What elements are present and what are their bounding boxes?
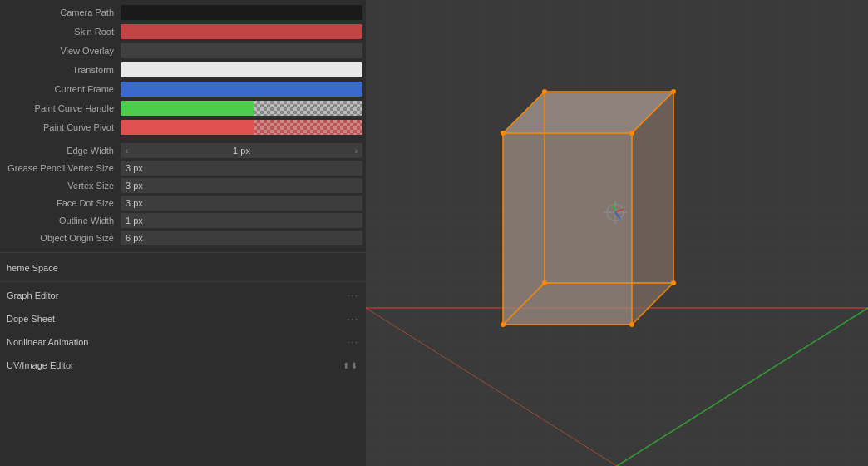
graph-editor-item[interactable]: Graph Editor ··· xyxy=(0,284,366,307)
number-rows-section: Edge Width ‹ 1 px › Grease Pencil Vertex… xyxy=(0,141,366,249)
graph-editor-label: Graph Editor xyxy=(7,290,58,300)
transform-row: Transform xyxy=(0,61,366,79)
paint-curve-pivot-swatch[interactable] xyxy=(121,120,362,135)
paint-curve-pivot-label: Paint Curve Pivot xyxy=(0,122,121,132)
paint-curve-pivot-left xyxy=(121,120,254,135)
uv-image-editor-label: UV/Image Editor xyxy=(7,360,74,370)
dope-sheet-item[interactable]: Dope Sheet ··· xyxy=(0,307,366,330)
object-origin-size-field[interactable]: 6 px xyxy=(121,231,362,245)
theme-space-label: heme Space xyxy=(7,263,58,273)
transform-swatch[interactable] xyxy=(121,62,362,77)
current-frame-swatch[interactable] xyxy=(121,82,362,97)
nonlinear-animation-item[interactable]: Nonlinear Animation ··· xyxy=(0,330,366,354)
skin-root-label: Skin Root xyxy=(0,27,121,37)
paint-curve-handle-row: Paint Curve Handle xyxy=(0,99,366,117)
paint-curve-pivot-row: Paint Curve Pivot xyxy=(0,118,366,136)
left-panel: Camera Path Skin Root View Overlay Trans… xyxy=(0,0,366,466)
svg-point-68 xyxy=(629,131,634,136)
svg-point-72 xyxy=(671,89,676,94)
svg-marker-52 xyxy=(503,133,632,325)
vertex-size-row: Vertex Size 3 px xyxy=(0,177,366,194)
paint-curve-handle-right-checker xyxy=(254,101,362,116)
grease-pencil-vertex-size-value: 3 px xyxy=(126,163,143,173)
uv-image-editor-item[interactable]: UV/Image Editor ⬆⬇ xyxy=(0,354,366,377)
outline-width-label: Outline Width xyxy=(0,216,121,226)
face-dot-size-value: 3 px xyxy=(126,198,143,208)
paint-curve-handle-swatch[interactable] xyxy=(121,101,362,116)
object-origin-size-value: 6 px xyxy=(126,233,143,243)
view-overlay-row: View Overlay xyxy=(0,42,366,60)
svg-point-73 xyxy=(542,280,547,285)
current-frame-row: Current Frame xyxy=(0,80,366,98)
object-origin-size-row: Object Origin Size 6 px xyxy=(0,230,366,246)
dope-sheet-label: Dope Sheet xyxy=(7,314,55,324)
vertex-size-field[interactable]: 3 px xyxy=(121,178,362,193)
dope-sheet-dots: ··· xyxy=(348,315,359,324)
edge-width-value: 1 px xyxy=(233,146,250,156)
vertex-size-label: Vertex Size xyxy=(0,181,121,191)
nonlinear-animation-dots: ··· xyxy=(348,338,359,347)
transform-label: Transform xyxy=(0,65,121,75)
edge-width-field[interactable]: ‹ 1 px › xyxy=(121,143,362,158)
edge-width-label: Edge Width xyxy=(0,146,121,156)
uv-image-editor-dots: ⬆⬇ xyxy=(343,361,359,370)
vertex-size-value: 3 px xyxy=(126,181,143,191)
theme-section: heme Space Graph Editor ··· Dope Sheet ·… xyxy=(0,252,366,380)
skin-root-row: Skin Root xyxy=(0,22,366,41)
face-dot-size-label: Face Dot Size xyxy=(0,198,121,208)
color-rows-section: Camera Path Skin Root View Overlay Trans… xyxy=(0,0,366,141)
paint-curve-handle-label: Paint Curve Handle xyxy=(0,103,121,113)
camera-path-swatch[interactable] xyxy=(121,5,362,20)
svg-point-70 xyxy=(629,322,634,327)
object-origin-size-label: Object Origin Size xyxy=(0,233,121,243)
edge-width-row: Edge Width ‹ 1 px › xyxy=(0,142,366,159)
current-frame-label: Current Frame xyxy=(0,84,121,94)
viewport-grid-svg xyxy=(366,0,868,466)
theme-space-item[interactable]: heme Space xyxy=(0,256,366,280)
nonlinear-animation-label: Nonlinear Animation xyxy=(7,337,88,347)
svg-point-67 xyxy=(501,131,506,136)
outline-width-field[interactable]: 1 px xyxy=(121,213,362,228)
face-dot-size-field[interactable]: 3 px xyxy=(121,196,362,211)
separator-1 xyxy=(0,281,366,282)
viewport[interactable] xyxy=(366,0,868,466)
svg-point-69 xyxy=(501,322,506,327)
grease-pencil-vertex-size-row: Grease Pencil Vertex Size 3 px xyxy=(0,160,366,176)
face-dot-size-row: Face Dot Size 3 px xyxy=(0,195,366,211)
edge-width-left-arrow: ‹ xyxy=(126,146,128,156)
outline-width-value: 1 px xyxy=(126,216,143,226)
edge-width-right-arrow: › xyxy=(355,146,358,156)
skin-root-swatch[interactable] xyxy=(121,24,362,39)
camera-path-label: Camera Path xyxy=(0,7,121,17)
paint-curve-pivot-right-checker xyxy=(254,120,362,135)
svg-point-74 xyxy=(671,280,676,285)
outline-width-row: Outline Width 1 px xyxy=(0,212,366,229)
grease-pencil-vertex-size-label: Grease Pencil Vertex Size xyxy=(0,163,121,173)
svg-point-71 xyxy=(542,89,547,94)
view-overlay-label: View Overlay xyxy=(0,46,121,56)
graph-editor-dots: ··· xyxy=(348,291,359,300)
grease-pencil-vertex-size-field[interactable]: 3 px xyxy=(121,161,362,176)
camera-path-row: Camera Path xyxy=(0,3,366,22)
paint-curve-handle-left xyxy=(121,101,254,116)
view-overlay-swatch[interactable] xyxy=(121,43,362,58)
